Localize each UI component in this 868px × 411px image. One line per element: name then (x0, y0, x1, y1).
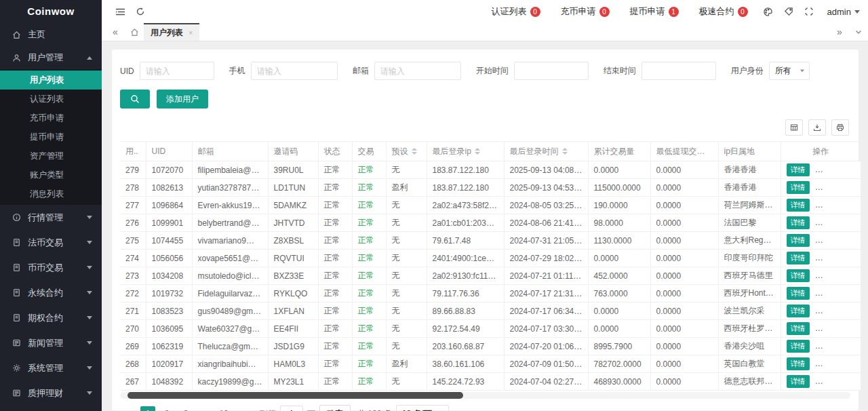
detail-button[interactable]: 详情 (787, 305, 810, 317)
view-subordinates-button[interactable]: 查看下级 (815, 216, 853, 229)
sort-icon[interactable] (562, 148, 568, 155)
end-time-input[interactable] (642, 62, 716, 80)
more-actions[interactable]: ... (859, 165, 861, 174)
sidebar-item-deposit-requests[interactable]: 充币申请 (0, 109, 102, 128)
view-subordinates-button[interactable]: 查看下级 (815, 234, 853, 247)
sidebar-item-account-type[interactable]: 账户类型 (0, 165, 102, 184)
chevron-down-icon (854, 10, 860, 14)
sidebar-item-fiat-trading[interactable]: 法币交易 (0, 230, 102, 255)
tabs-scroll-left-icon[interactable]: « (106, 23, 125, 41)
more-actions[interactable]: ... (859, 183, 861, 191)
detail-button[interactable]: 详情 (787, 216, 810, 229)
phone-filter-input[interactable] (251, 62, 338, 80)
topnav-auth-list[interactable]: 认证列表 0 (492, 5, 540, 18)
cell-invite-code: EE4FII (268, 320, 318, 338)
topnav-deposit-requests[interactable]: 充币申请 0 (561, 5, 610, 18)
per-page-select[interactable]: 13 条/页 (396, 405, 449, 411)
page-button-2[interactable]: 2 (159, 406, 174, 411)
view-subordinates-button[interactable]: 查看下级 (815, 163, 853, 176)
sidebar-item-asset-management[interactable]: 资产管理 (0, 146, 102, 165)
view-subordinates-button[interactable]: 查看下级 (815, 199, 853, 212)
sidebar-item-market-management[interactable]: 行情管理 (0, 205, 102, 230)
search-button[interactable] (120, 90, 150, 109)
identity-select[interactable]: 所有 (769, 62, 810, 80)
topnav-express-contracts[interactable]: 极速合约 0 (699, 5, 748, 18)
sidebar-item-news-management[interactable]: 新闻管理 (0, 330, 102, 355)
detail-button[interactable]: 详情 (787, 163, 810, 176)
horizontal-scrollbar[interactable] (120, 392, 850, 399)
more-actions[interactable]: ... (859, 324, 861, 332)
detail-button[interactable]: 详情 (787, 181, 810, 194)
detail-button[interactable]: 详情 (787, 199, 810, 212)
horizontal-scrollbar-thumb[interactable] (127, 392, 463, 399)
topnav-withdraw-requests[interactable]: 提币申请 1 (630, 5, 679, 18)
confirm-jump-button[interactable]: 确定 (319, 405, 351, 411)
view-subordinates-button[interactable]: 查看下级 (815, 269, 853, 282)
sidebar-item-auth-list[interactable]: 认证列表 (0, 90, 102, 109)
more-actions[interactable]: ... (859, 218, 861, 227)
sidebar-item-spot-trading[interactable]: 币币交易 (0, 255, 102, 280)
email-filter-input[interactable] (374, 62, 461, 80)
next-page-icon[interactable]: › (235, 406, 250, 411)
page-button-3[interactable]: 3 (178, 406, 193, 411)
sidebar-item-withdraw-requests[interactable]: 提币申请 (0, 128, 102, 146)
home-tab-icon[interactable] (125, 23, 144, 41)
column-filter-icon[interactable] (785, 119, 803, 136)
tabs-scroll-right-icon[interactable]: » (830, 23, 849, 41)
jump-label-suffix: 页 (307, 408, 315, 411)
view-subordinates-button[interactable]: 查看下级 (815, 287, 853, 300)
export-icon[interactable] (808, 119, 826, 136)
view-subordinates-button[interactable]: 查看下级 (815, 305, 853, 317)
detail-button[interactable]: 详情 (787, 287, 810, 300)
collapse-sidebar-icon[interactable] (111, 3, 129, 20)
detail-button[interactable]: 详情 (787, 340, 810, 353)
jump-page-input[interactable] (280, 406, 303, 411)
page-button-10[interactable]: 10 (216, 406, 231, 411)
sidebar-item-user-management[interactable]: 用户管理 (0, 46, 102, 69)
sidebar-item-message-list[interactable]: 消息列表 (0, 184, 102, 203)
more-actions[interactable]: ... (859, 271, 861, 279)
tabs-menu-icon[interactable] (849, 23, 868, 41)
sort-icon[interactable] (412, 148, 417, 155)
tag-icon[interactable] (780, 3, 797, 20)
sidebar-item-user-list[interactable]: 用户列表 (0, 71, 102, 90)
more-actions[interactable]: ... (859, 359, 861, 368)
more-actions[interactable]: ... (859, 254, 861, 262)
detail-button[interactable]: 详情 (787, 269, 810, 282)
view-subordinates-button[interactable]: 查看下级 (815, 181, 853, 194)
more-actions[interactable]: ... (859, 236, 861, 244)
uid-filter-input[interactable] (140, 62, 214, 80)
more-actions[interactable]: ... (859, 377, 861, 385)
sort-icon[interactable] (475, 148, 480, 155)
close-tab-icon[interactable]: × (189, 28, 193, 37)
view-subordinates-button[interactable]: 查看下级 (815, 340, 853, 353)
fullscreen-icon[interactable] (800, 3, 818, 20)
start-time-input[interactable] (514, 62, 589, 80)
admin-menu[interactable]: admin (827, 7, 860, 17)
view-subordinates-button[interactable]: 查看下级 (815, 252, 853, 265)
sidebar-item-perpetual-contracts[interactable]: 永续合约 (0, 280, 102, 305)
sidebar-item-system-management[interactable]: 系统管理 (0, 355, 102, 380)
detail-button[interactable]: 详情 (787, 375, 810, 388)
tab-user-list[interactable]: 用户列表 × (144, 23, 199, 41)
view-subordinates-button[interactable]: 查看下级 (815, 322, 853, 335)
sidebar-item-staking-finance[interactable]: 质押理财 (0, 380, 102, 406)
view-subordinates-button[interactable]: 查看下级 (815, 375, 853, 388)
detail-button[interactable]: 详情 (787, 252, 810, 265)
more-actions[interactable]: ... (859, 307, 861, 315)
page-button-1[interactable]: 1 (140, 406, 155, 411)
sidebar-item-options-contracts[interactable]: 期权合约 (0, 305, 102, 330)
theme-palette-icon[interactable] (760, 3, 777, 20)
more-actions[interactable]: ... (859, 342, 861, 350)
detail-button[interactable]: 详情 (787, 322, 810, 335)
detail-button[interactable]: 详情 (787, 234, 810, 247)
sidebar-item-home[interactable]: 主页 (0, 23, 102, 46)
add-user-button[interactable]: 添加用户 (157, 90, 208, 109)
more-actions[interactable]: ... (859, 201, 861, 209)
detail-button[interactable]: 详情 (787, 357, 810, 370)
prev-page-icon[interactable]: ‹ (121, 406, 136, 411)
refresh-icon[interactable] (132, 3, 149, 20)
view-subordinates-button[interactable]: 查看下级 (815, 357, 853, 370)
more-actions[interactable]: ... (859, 289, 861, 297)
print-icon[interactable] (831, 119, 849, 136)
